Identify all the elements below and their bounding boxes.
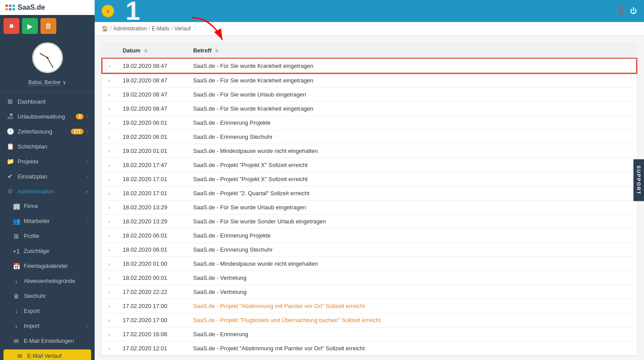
datum-cell: 17.02.2020 17:00 bbox=[117, 299, 187, 313]
breadcrumb-emails[interactable]: E-Mails bbox=[152, 26, 169, 32]
sidebar-item-export[interactable]: ↓ Export bbox=[0, 304, 95, 319]
betreff-cell: SaaS.de - Für Sie wurde Krankheit einget… bbox=[187, 59, 637, 73]
datum-cell: 19.02.2020 08:47 bbox=[117, 73, 187, 88]
table-row[interactable]: ›18.02.2020 17:01SaaS.de - Projekt "2. Q… bbox=[102, 186, 637, 200]
sidebar-item-label: Administration bbox=[18, 188, 82, 195]
betreff-cell: SaaS.de - Projekt "Abstimmung mit Parnte… bbox=[187, 299, 637, 313]
breadcrumb-administration[interactable]: Administration bbox=[113, 26, 147, 32]
table-row[interactable]: ›19.02.2020 08:47SaaS.de - Für Sie wurde… bbox=[102, 59, 637, 73]
table-row[interactable]: ›19.02.2020 08:47SaaS.de - Für Sie wurde… bbox=[102, 102, 637, 116]
sidebar-item-email-verlauf[interactable]: ✉ E-Mail Verlauf bbox=[4, 349, 91, 360]
topbar: ‹ 1 ❓ ⏻ bbox=[95, 0, 644, 22]
abwesenheitsgrunde-icon: ↓ bbox=[12, 278, 20, 285]
sidebar-item-profile[interactable]: ⊞ Profile bbox=[0, 229, 95, 244]
breadcrumb: 🏠 / Administration / E-Mails / Verlauf bbox=[95, 22, 644, 36]
table-row[interactable]: ›19.02.2020 06:01SaaS.de - Erinnerung St… bbox=[102, 130, 637, 144]
expand-cell[interactable]: › bbox=[102, 88, 117, 102]
table-row[interactable]: ›18.02.2020 17:47SaaS.de - Projekt "Proj… bbox=[102, 158, 637, 172]
expand-cell[interactable]: › bbox=[102, 341, 117, 356]
sidebar-item-mitarbeiter[interactable]: 👥 Mitarbeiter › bbox=[0, 214, 95, 229]
expand-cell[interactable]: › bbox=[102, 327, 117, 341]
chevron-down-icon: › bbox=[87, 114, 88, 119]
help-icon[interactable]: ❓ bbox=[616, 7, 625, 15]
sidebar-item-firma[interactable]: 🏢 Firma bbox=[0, 199, 95, 214]
table-row[interactable]: ›18.02.2020 00:01SaaS.de - Vertretung bbox=[102, 271, 637, 285]
expand-cell[interactable]: › bbox=[102, 243, 117, 257]
table-row[interactable]: ›18.02.2020 13:29SaaS.de - Für Sie wurde… bbox=[102, 200, 637, 215]
betreff-cell: SaaS.de - Erinnerung Projekte bbox=[187, 229, 637, 243]
schichtplan-icon: 📋 bbox=[6, 143, 14, 150]
sidebar-item-feiertagskalender[interactable]: 📅 Feiertagskalender bbox=[0, 259, 95, 274]
expand-cell[interactable]: › bbox=[102, 257, 117, 271]
sidebar-item-label: Schichtplan bbox=[18, 143, 88, 150]
chevron-down-icon: › bbox=[87, 324, 88, 329]
expand-cell[interactable]: › bbox=[102, 229, 117, 243]
expand-cell[interactable]: › bbox=[102, 215, 117, 229]
expand-cell[interactable]: › bbox=[102, 73, 117, 88]
sidebar-item-abwesenheitsgrunde[interactable]: ↓ Abwesenheitsgründe bbox=[0, 274, 95, 289]
expand-cell[interactable]: › bbox=[102, 130, 117, 144]
dashboard-icon: ⊞ bbox=[6, 98, 14, 105]
expand-cell[interactable]: › bbox=[102, 116, 117, 130]
einsatzplan-icon: ✔ bbox=[6, 173, 14, 180]
expand-cell[interactable]: › bbox=[102, 313, 117, 327]
table-row[interactable]: ›17.02.2020 22:22SaaS.de - Vertretung bbox=[102, 285, 637, 299]
table-row[interactable]: ›19.02.2020 06:01SaaS.de - Erinnerung Pr… bbox=[102, 116, 637, 130]
expand-cell[interactable]: › bbox=[102, 172, 117, 186]
table-row[interactable]: ›19.02.2020 08:47SaaS.de - Für Sie wurde… bbox=[102, 73, 637, 88]
sidebar-item-label: E-Mail Verlauf bbox=[27, 353, 87, 359]
expand-cell[interactable]: › bbox=[102, 102, 117, 116]
sidebar-item-einsatzplan[interactable]: ✔ Einsatzplan › bbox=[0, 169, 95, 184]
expand-cell[interactable]: › bbox=[102, 285, 117, 299]
toolbar-stop-button[interactable]: ■ bbox=[4, 18, 19, 34]
sidebar-item-schichtplan[interactable]: 📋 Schichtplan bbox=[0, 139, 95, 154]
collapse-sidebar-button[interactable]: ‹ bbox=[102, 5, 114, 17]
toolbar-trash-button[interactable]: 🗑 bbox=[40, 18, 56, 34]
table-header-datum[interactable]: Datum ⇅ bbox=[117, 43, 187, 59]
toolbar-play-button[interactable]: ▶ bbox=[22, 18, 38, 34]
table-row[interactable]: ›19.02.2020 01:01SaaS.de - Mindestpause … bbox=[102, 144, 637, 158]
sidebar-item-zeiterfassung[interactable]: 🕐 Zeiterfassung 171 › bbox=[0, 124, 95, 139]
table-row[interactable]: ›17.02.2020 17:00SaaS.de - Projekt "Flug… bbox=[102, 313, 637, 327]
table-row[interactable]: ›18.02.2020 13:29SaaS.de - Für Sie wurde… bbox=[102, 215, 637, 229]
table-header-betreff[interactable]: Betreff ⇅ bbox=[187, 43, 637, 59]
sidebar-item-zuschlage[interactable]: +1 Zuschläge bbox=[0, 244, 95, 259]
expand-cell[interactable]: › bbox=[102, 271, 117, 285]
expand-cell[interactable]: › bbox=[102, 144, 117, 158]
expand-cell[interactable]: › bbox=[102, 158, 117, 172]
datum-cell: 18.02.2020 06:01 bbox=[117, 243, 187, 257]
sidebar-item-email-einstellungen[interactable]: ✉ E-Mail Einstellungen bbox=[0, 334, 95, 349]
datum-cell: 17.02.2020 16:08 bbox=[117, 327, 187, 341]
betreff-cell: SaaS.de - Vertretung bbox=[187, 271, 637, 285]
table-row[interactable]: ›18.02.2020 06:01SaaS.de - Erinnerung St… bbox=[102, 243, 637, 257]
expand-cell[interactable]: › bbox=[102, 299, 117, 313]
sidebar-item-label: Firma bbox=[24, 203, 88, 209]
table-row[interactable]: ›18.02.2020 17:01SaaS.de - Projekt "Proj… bbox=[102, 172, 637, 186]
table-row[interactable]: ›17.02.2020 16:08SaaS.de - Erinnerung bbox=[102, 327, 637, 341]
user-info[interactable]: Babsi, Becker ∨ bbox=[0, 77, 95, 90]
support-tab[interactable]: SUPPORT bbox=[633, 159, 644, 201]
table-row[interactable]: ›19.02.2020 08:47SaaS.de - Für Sie wurde… bbox=[102, 88, 637, 102]
sidebar-item-label: Abwesenheitsgründe bbox=[24, 278, 88, 284]
table-row[interactable]: ›17.02.2020 17:00SaaS.de - Projekt "Abst… bbox=[102, 299, 637, 313]
table-row[interactable]: ›18.02.2020 06:01SaaS.de - Erinnerung Pr… bbox=[102, 229, 637, 243]
sidebar-item-projekte[interactable]: 📁 Projekte › bbox=[0, 154, 95, 169]
table-row[interactable]: ›18.02.2020 01:00SaaS.de - Mindestpause … bbox=[102, 257, 637, 271]
expand-cell[interactable]: › bbox=[102, 186, 117, 200]
sidebar-item-import[interactable]: ↓ Import › bbox=[0, 319, 95, 334]
betreff-cell: SaaS.de - Für Sie wurde Urlaub eingetrag… bbox=[187, 200, 637, 215]
sidebar-item-dashboard[interactable]: ⊞ Dashboard bbox=[0, 94, 95, 109]
expand-cell[interactable]: › bbox=[102, 59, 117, 73]
home-icon[interactable]: 🏠 bbox=[102, 26, 108, 32]
email-verlauf-icon: ✉ bbox=[16, 353, 24, 360]
power-icon[interactable]: ⏻ bbox=[630, 7, 637, 15]
expand-cell[interactable]: › bbox=[102, 200, 117, 215]
email-einstellungen-icon: ✉ bbox=[12, 338, 20, 345]
datum-cell: 18.02.2020 17:01 bbox=[117, 186, 187, 200]
table-row[interactable]: ›17.02.2020 12:01SaaS.de - Projekt "Abst… bbox=[102, 341, 637, 356]
betreff-cell: SaaS.de - Projekt "Abstimmung mit Parnte… bbox=[187, 341, 637, 356]
sidebar-item-administration[interactable]: ⚙ Administration ∧ bbox=[0, 184, 95, 199]
sidebar-item-stechuhr[interactable]: 🖥 Stechuhr bbox=[0, 289, 95, 304]
sidebar-item-urlaubsverwaltung[interactable]: 🏖 Urlaubsverwaltung 3 › bbox=[0, 109, 95, 124]
administration-icon: ⚙ bbox=[6, 188, 14, 195]
